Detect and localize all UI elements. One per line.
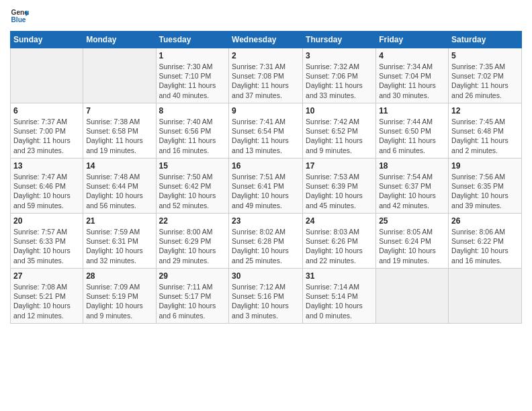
day-number: 1	[159, 51, 226, 60]
day-info: Sunrise: 7:51 AM Sunset: 6:41 PM Dayligh…	[232, 172, 300, 210]
day-info: Sunrise: 7:59 AM Sunset: 6:31 PM Dayligh…	[86, 227, 152, 265]
day-number: 20	[13, 216, 80, 226]
col-header-sunday: Sunday	[11, 32, 83, 48]
day-cell: 8Sunrise: 7:40 AM Sunset: 6:56 PM Daylig…	[156, 103, 229, 158]
day-info: Sunrise: 7:53 AM Sunset: 6:39 PM Dayligh…	[306, 172, 373, 210]
day-cell: 13Sunrise: 7:47 AM Sunset: 6:46 PM Dayli…	[11, 158, 83, 214]
day-number: 12	[451, 106, 519, 116]
day-cell: 4Sunrise: 7:34 AM Sunset: 7:04 PM Daylig…	[376, 48, 449, 103]
day-info: Sunrise: 7:37 AM Sunset: 7:00 PM Dayligh…	[13, 117, 80, 155]
day-number: 4	[379, 51, 445, 60]
day-cell: 31Sunrise: 7:14 AM Sunset: 5:14 PM Dayli…	[303, 269, 376, 324]
day-cell	[449, 269, 522, 324]
day-number: 9	[232, 106, 300, 116]
day-info: Sunrise: 7:41 AM Sunset: 6:54 PM Dayligh…	[232, 117, 300, 155]
day-number: 2	[232, 51, 300, 60]
week-row-2: 6Sunrise: 7:37 AM Sunset: 7:00 PM Daylig…	[11, 103, 522, 158]
day-info: Sunrise: 7:38 AM Sunset: 6:58 PM Dayligh…	[86, 117, 152, 155]
day-info: Sunrise: 7:32 AM Sunset: 7:06 PM Dayligh…	[306, 62, 373, 100]
day-number: 31	[306, 271, 373, 281]
day-info: Sunrise: 7:14 AM Sunset: 5:14 PM Dayligh…	[306, 282, 373, 320]
day-cell: 22Sunrise: 8:00 AM Sunset: 6:29 PM Dayli…	[156, 214, 229, 269]
calendar-table: SundayMondayTuesdayWednesdayThursdayFrid…	[10, 31, 522, 324]
day-number: 6	[13, 106, 80, 116]
day-info: Sunrise: 7:11 AM Sunset: 5:17 PM Dayligh…	[159, 282, 226, 320]
day-number: 25	[379, 216, 445, 226]
day-info: Sunrise: 7:57 AM Sunset: 6:33 PM Dayligh…	[13, 227, 80, 265]
day-info: Sunrise: 8:03 AM Sunset: 6:26 PM Dayligh…	[306, 227, 373, 265]
day-cell: 30Sunrise: 7:12 AM Sunset: 5:16 PM Dayli…	[229, 269, 303, 324]
day-number: 19	[451, 161, 519, 171]
day-cell	[83, 48, 156, 103]
day-info: Sunrise: 7:31 AM Sunset: 7:08 PM Dayligh…	[232, 62, 300, 100]
col-header-thursday: Thursday	[303, 32, 376, 48]
day-cell: 12Sunrise: 7:45 AM Sunset: 6:48 PM Dayli…	[449, 103, 522, 158]
day-number: 23	[232, 216, 300, 226]
day-number: 8	[159, 106, 226, 116]
day-cell: 23Sunrise: 8:02 AM Sunset: 6:28 PM Dayli…	[229, 214, 303, 269]
day-cell: 20Sunrise: 7:57 AM Sunset: 6:33 PM Dayli…	[11, 214, 83, 269]
day-cell: 28Sunrise: 7:09 AM Sunset: 5:19 PM Dayli…	[83, 269, 156, 324]
day-info: Sunrise: 7:12 AM Sunset: 5:16 PM Dayligh…	[232, 282, 300, 320]
day-number: 10	[306, 106, 373, 116]
day-number: 17	[306, 161, 373, 171]
day-info: Sunrise: 7:40 AM Sunset: 6:56 PM Dayligh…	[159, 117, 226, 155]
header: General Blue	[10, 7, 522, 26]
day-info: Sunrise: 7:09 AM Sunset: 5:19 PM Dayligh…	[86, 282, 152, 320]
day-cell	[11, 48, 83, 103]
week-row-4: 20Sunrise: 7:57 AM Sunset: 6:33 PM Dayli…	[11, 214, 522, 269]
day-number: 14	[86, 161, 152, 171]
day-cell: 27Sunrise: 7:08 AM Sunset: 5:21 PM Dayli…	[11, 269, 83, 324]
day-cell: 15Sunrise: 7:50 AM Sunset: 6:42 PM Dayli…	[156, 158, 229, 214]
day-cell: 18Sunrise: 7:54 AM Sunset: 6:37 PM Dayli…	[376, 158, 449, 214]
col-header-tuesday: Tuesday	[156, 32, 229, 48]
day-number: 28	[86, 271, 152, 281]
col-header-saturday: Saturday	[449, 32, 522, 48]
day-info: Sunrise: 8:05 AM Sunset: 6:24 PM Dayligh…	[379, 227, 445, 265]
day-info: Sunrise: 7:35 AM Sunset: 7:02 PM Dayligh…	[451, 62, 519, 100]
day-number: 16	[232, 161, 300, 171]
day-info: Sunrise: 7:42 AM Sunset: 6:52 PM Dayligh…	[306, 117, 373, 155]
calendar-page: General Blue SundayMondayTuesdayWednesda…	[0, 0, 532, 411]
day-info: Sunrise: 8:02 AM Sunset: 6:28 PM Dayligh…	[232, 227, 300, 265]
day-number: 26	[451, 216, 519, 226]
day-info: Sunrise: 7:44 AM Sunset: 6:50 PM Dayligh…	[379, 117, 445, 155]
day-cell	[376, 269, 449, 324]
day-cell: 26Sunrise: 8:06 AM Sunset: 6:22 PM Dayli…	[449, 214, 522, 269]
day-cell: 5Sunrise: 7:35 AM Sunset: 7:02 PM Daylig…	[449, 48, 522, 103]
day-info: Sunrise: 7:45 AM Sunset: 6:48 PM Dayligh…	[451, 117, 519, 155]
day-cell: 16Sunrise: 7:51 AM Sunset: 6:41 PM Dayli…	[229, 158, 303, 214]
day-number: 27	[13, 271, 80, 281]
day-number: 13	[13, 161, 80, 171]
day-cell: 9Sunrise: 7:41 AM Sunset: 6:54 PM Daylig…	[229, 103, 303, 158]
day-cell: 2Sunrise: 7:31 AM Sunset: 7:08 PM Daylig…	[229, 48, 303, 103]
day-number: 15	[159, 161, 226, 171]
day-info: Sunrise: 7:34 AM Sunset: 7:04 PM Dayligh…	[379, 62, 445, 100]
day-cell: 24Sunrise: 8:03 AM Sunset: 6:26 PM Dayli…	[303, 214, 376, 269]
day-cell: 19Sunrise: 7:56 AM Sunset: 6:35 PM Dayli…	[449, 158, 522, 214]
logo-icon: General Blue	[10, 7, 29, 26]
day-info: Sunrise: 7:48 AM Sunset: 6:44 PM Dayligh…	[86, 172, 152, 210]
day-cell: 3Sunrise: 7:32 AM Sunset: 7:06 PM Daylig…	[303, 48, 376, 103]
day-cell: 29Sunrise: 7:11 AM Sunset: 5:17 PM Dayli…	[156, 269, 229, 324]
week-row-3: 13Sunrise: 7:47 AM Sunset: 6:46 PM Dayli…	[11, 158, 522, 214]
day-info: Sunrise: 7:54 AM Sunset: 6:37 PM Dayligh…	[379, 172, 445, 210]
day-info: Sunrise: 7:30 AM Sunset: 7:10 PM Dayligh…	[159, 62, 226, 100]
day-number: 22	[159, 216, 226, 226]
day-info: Sunrise: 8:06 AM Sunset: 6:22 PM Dayligh…	[451, 227, 519, 265]
logo: General Blue	[10, 7, 32, 26]
day-info: Sunrise: 7:47 AM Sunset: 6:46 PM Dayligh…	[13, 172, 80, 210]
day-cell: 14Sunrise: 7:48 AM Sunset: 6:44 PM Dayli…	[83, 158, 156, 214]
day-info: Sunrise: 7:08 AM Sunset: 5:21 PM Dayligh…	[13, 282, 80, 320]
day-number: 30	[232, 271, 300, 281]
day-number: 18	[379, 161, 445, 171]
day-cell: 17Sunrise: 7:53 AM Sunset: 6:39 PM Dayli…	[303, 158, 376, 214]
day-number: 3	[306, 51, 373, 60]
day-number: 29	[159, 271, 226, 281]
day-cell: 11Sunrise: 7:44 AM Sunset: 6:50 PM Dayli…	[376, 103, 449, 158]
day-number: 11	[379, 106, 445, 116]
day-cell: 1Sunrise: 7:30 AM Sunset: 7:10 PM Daylig…	[156, 48, 229, 103]
svg-text:Blue: Blue	[11, 16, 26, 24]
day-info: Sunrise: 7:56 AM Sunset: 6:35 PM Dayligh…	[451, 172, 519, 210]
week-row-1: 1Sunrise: 7:30 AM Sunset: 7:10 PM Daylig…	[11, 48, 522, 103]
